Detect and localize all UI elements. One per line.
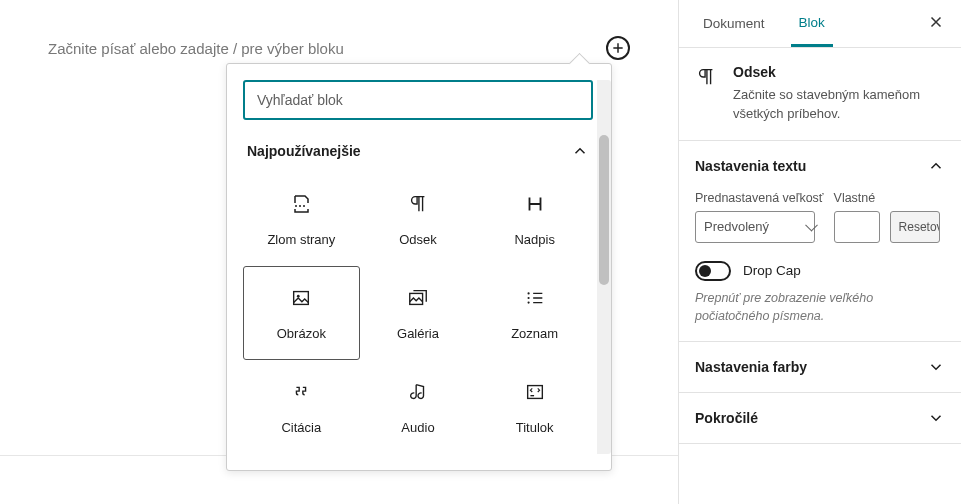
block-label: Titulok <box>516 420 554 435</box>
panel-title: Nastavenia farby <box>695 359 807 375</box>
block-description: Odsek Začnite so stavebným kameňom všetk… <box>679 48 961 141</box>
add-block-button[interactable] <box>606 36 630 60</box>
block-title: Odsek <box>733 64 945 80</box>
svg-rect-0 <box>294 291 309 304</box>
block-label: Galéria <box>397 326 439 341</box>
gallery-icon <box>406 286 430 310</box>
close-sidebar-button[interactable] <box>927 13 945 35</box>
blocks-grid: Zlom strany Odsek Nadpis Obrázok Galéria <box>243 172 593 454</box>
category-header-most-used[interactable]: Najpoužívanejšie <box>243 142 593 172</box>
block-inserter-popover: Najpoužívanejšie Zlom strany Odsek Nadpi… <box>226 63 612 471</box>
plus-icon <box>611 41 625 55</box>
chevron-up-icon <box>571 142 589 160</box>
settings-sidebar: Dokument Blok Odsek Začnite so stavebným… <box>678 0 961 504</box>
panel-header-text-settings[interactable]: Nastavenia textu <box>679 141 961 191</box>
block-caption[interactable]: Titulok <box>476 360 593 454</box>
block-paragraph[interactable]: Odsek <box>360 172 477 266</box>
paragraph-block-row: Začnite písať alebo zadajte / pre výber … <box>48 36 630 60</box>
chevron-up-icon <box>927 157 945 175</box>
block-label: Citácia <box>281 420 321 435</box>
chevron-down-icon <box>927 358 945 376</box>
block-audio[interactable]: Audio <box>360 360 477 454</box>
block-image[interactable]: Obrázok <box>243 266 360 360</box>
heading-icon <box>523 192 547 216</box>
chevron-down-icon <box>927 409 945 427</box>
block-label: Odsek <box>399 232 437 247</box>
block-label: Nadpis <box>514 232 554 247</box>
paragraph-icon <box>406 192 430 216</box>
panel-advanced: Pokročilé <box>679 393 961 444</box>
svg-point-4 <box>527 296 529 298</box>
dropcap-help-text: Prepnúť pre zobrazenie veľkého počiatočn… <box>695 289 945 325</box>
custom-size-input[interactable] <box>834 211 880 243</box>
inserter-scrollbar[interactable] <box>597 80 611 454</box>
block-gallery[interactable]: Galéria <box>360 266 477 360</box>
dropcap-toggle[interactable] <box>695 261 731 281</box>
audio-icon <box>406 380 430 404</box>
panel-header-color-settings[interactable]: Nastavenia farby <box>679 342 961 392</box>
panel-title: Pokročilé <box>695 410 758 426</box>
page-break-icon <box>289 192 313 216</box>
block-description-text: Začnite so stavebným kameňom všetkých pr… <box>733 86 945 124</box>
svg-point-3 <box>527 292 529 294</box>
reset-button[interactable]: Resetovať <box>890 211 940 243</box>
tab-document[interactable]: Dokument <box>695 0 773 47</box>
tab-block[interactable]: Blok <box>791 0 833 47</box>
preset-size-label: Prednastavená veľkosť <box>695 191 824 205</box>
paragraph-placeholder[interactable]: Začnite písať alebo zadajte / pre výber … <box>48 40 344 57</box>
panel-header-advanced[interactable]: Pokročilé <box>679 393 961 443</box>
panel-color-settings: Nastavenia farby <box>679 342 961 393</box>
panel-text-settings: Nastavenia textu Prednastavená veľkosť P… <box>679 141 961 342</box>
paragraph-icon <box>695 64 719 88</box>
preset-size-select[interactable]: Predvolený <box>695 211 815 243</box>
block-label: Audio <box>401 420 434 435</box>
search-input[interactable] <box>243 80 593 120</box>
quote-icon <box>289 380 313 404</box>
sidebar-tabs: Dokument Blok <box>679 0 961 48</box>
block-label: Zoznam <box>511 326 558 341</box>
block-quote[interactable]: Citácia <box>243 360 360 454</box>
svg-point-5 <box>527 301 529 303</box>
category-title: Najpoužívanejšie <box>247 143 361 159</box>
block-label: Zlom strany <box>267 232 335 247</box>
svg-rect-6 <box>527 385 542 398</box>
dropcap-label: Drop Cap <box>743 263 801 278</box>
caption-icon <box>523 380 547 404</box>
panel-title: Nastavenia textu <box>695 158 806 174</box>
custom-size-label: Vlastné <box>834 191 880 205</box>
block-label: Obrázok <box>277 326 326 341</box>
block-heading[interactable]: Nadpis <box>476 172 593 266</box>
close-icon <box>927 13 945 31</box>
image-icon <box>289 286 313 310</box>
block-page-break[interactable]: Zlom strany <box>243 172 360 266</box>
list-icon <box>523 286 547 310</box>
scrollbar-thumb[interactable] <box>599 135 609 285</box>
block-list[interactable]: Zoznam <box>476 266 593 360</box>
